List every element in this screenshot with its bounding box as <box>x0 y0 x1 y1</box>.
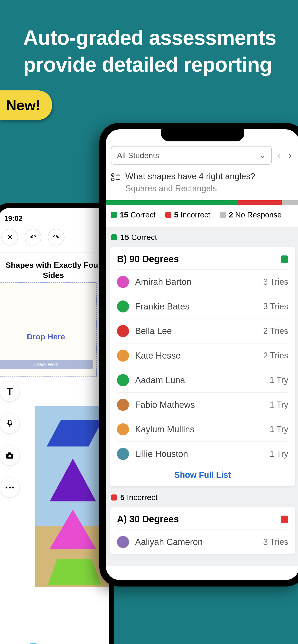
student-name: Kaylum Mullins <box>135 424 264 434</box>
student-name: Amirah Barton <box>135 277 257 287</box>
try-count: 3 Tries <box>263 537 288 547</box>
answer-option-label: B) 90 Degrees <box>117 254 179 264</box>
avatar <box>117 448 129 460</box>
try-count: 3 Tries <box>263 277 288 287</box>
student-row[interactable]: Kaylum Mullins1 Try <box>117 417 288 442</box>
square-icon <box>111 212 117 218</box>
svg-point-8 <box>111 178 114 181</box>
status-square <box>281 516 288 523</box>
canvas[interactable] <box>35 406 109 587</box>
question-row: What shapes have 4 right angles? <box>111 172 294 182</box>
phone-front: All Students ⌄ ‹ › What shapes have 4 ri… <box>99 123 298 586</box>
progress-bar <box>106 200 298 206</box>
avatar <box>117 350 129 362</box>
avatar <box>117 325 129 337</box>
try-count: 2 Tries <box>263 326 288 336</box>
student-row[interactable]: Fabio Mathews1 Try <box>117 393 288 417</box>
student-row[interactable]: Lillie Houston1 Try <box>117 442 288 466</box>
drop-zone[interactable]: Drop Here Check Work <box>0 282 97 377</box>
pen-tools <box>0 636 109 644</box>
more-tool[interactable] <box>0 478 20 497</box>
incorrect-card: A) 30 Degrees Aaliyah Cameron3 Tries <box>110 507 295 554</box>
student-row[interactable]: Amirah Barton3 Tries <box>117 270 288 294</box>
student-name: Bella Lee <box>135 326 257 336</box>
svg-point-4 <box>9 486 11 488</box>
pen-tool[interactable] <box>25 643 42 644</box>
try-count: 2 Tries <box>263 351 288 360</box>
avatar <box>117 536 129 548</box>
microphone-icon <box>6 419 14 428</box>
question-text: What shapes have 4 right angles? <box>125 172 257 182</box>
try-count: 1 Try <box>270 424 288 434</box>
square-icon <box>111 494 117 500</box>
student-screen: 19:02 ✕ ↶ ↷ Shapes with Exactly Four Sid… <box>0 208 109 644</box>
legend-incorrect: 5 Incorrect <box>165 210 210 219</box>
redo-button[interactable]: ↷ <box>48 229 65 246</box>
student-name: Kate Hesse <box>135 351 257 361</box>
drop-label: Drop Here <box>27 332 65 341</box>
new-badge: New! <box>0 90 52 120</box>
check-work-button[interactable]: Check Work <box>0 360 93 369</box>
legend-noresponse: 2 No Response <box>220 210 281 219</box>
show-full-list-link[interactable]: Show Full List <box>117 466 288 486</box>
camera-icon <box>5 451 15 460</box>
chevron-down-icon: ⌄ <box>259 151 266 160</box>
correct-card: B) 90 Degrees Amirah Barton3 TriesFranki… <box>110 247 295 486</box>
more-icon <box>5 486 15 489</box>
progress-correct <box>106 200 238 206</box>
report-screen: All Students ⌄ ‹ › What shapes have 4 ri… <box>106 129 298 580</box>
try-count: 1 Try <box>270 375 288 385</box>
edit-toolbar: ✕ ↶ ↷ <box>2 229 65 246</box>
close-button[interactable]: ✕ <box>2 229 18 246</box>
divider <box>0 252 109 252</box>
correct-section-header: 15 Correct <box>111 233 294 242</box>
checklist-icon <box>111 172 120 182</box>
avatar <box>117 374 129 386</box>
progress-noresponse <box>282 200 298 206</box>
student-name: Fabio Mathews <box>135 400 264 410</box>
square-icon <box>165 212 171 218</box>
svg-rect-2 <box>8 452 11 454</box>
svg-point-1 <box>8 455 11 458</box>
legend-correct: 15 Correct <box>111 210 155 219</box>
prev-button[interactable]: ‹ <box>275 150 283 161</box>
svg-point-3 <box>6 486 8 488</box>
mic-tool[interactable] <box>0 414 20 433</box>
card-header: B) 90 Degrees <box>117 247 288 270</box>
try-count: 3 Tries <box>263 302 288 311</box>
card-header: A) 30 Degrees <box>117 507 288 530</box>
incorrect-section-header: 5 Incorrect <box>111 493 294 502</box>
camera-tool[interactable] <box>0 446 20 465</box>
student-row[interactable]: Kate Hesse2 Tries <box>117 344 288 368</box>
student-row[interactable]: Frankie Bates3 Tries <box>117 294 288 319</box>
student-name: Frankie Bates <box>135 302 257 312</box>
student-filter-dropdown[interactable]: All Students ⌄ <box>111 146 272 164</box>
progress-incorrect <box>238 200 282 206</box>
undo-button[interactable]: ↶ <box>25 229 41 246</box>
triangle-shape-pink[interactable] <box>50 510 96 549</box>
triangle-shape-purple[interactable] <box>50 458 96 502</box>
phone-back: 19:02 ✕ ↶ ↷ Shapes with Exactly Four Sid… <box>0 203 114 644</box>
correct-answer: Squares and Rectangels <box>125 184 294 193</box>
student-row[interactable]: Aaliyah Cameron3 Tries <box>117 530 288 554</box>
answer-option-label: A) 30 Degrees <box>117 514 179 524</box>
parallelogram-shape[interactable] <box>47 420 103 446</box>
square-icon <box>111 234 117 240</box>
trapezoid-shape[interactable] <box>48 560 101 585</box>
hero-title: Auto-graded assessments provide detailed… <box>23 24 277 78</box>
assignment-title: Shapes with Exactly Four Sides <box>3 260 104 280</box>
notch <box>161 129 244 142</box>
report-header: All Students ⌄ ‹ › <box>111 146 294 164</box>
avatar <box>117 399 129 411</box>
text-tool[interactable]: T <box>0 382 20 401</box>
student-name: Aadam Luna <box>135 375 264 385</box>
next-button[interactable]: › <box>286 150 294 161</box>
results-container: 15 Correct B) 90 Degrees Amirah Barton3 … <box>106 227 298 566</box>
avatar <box>117 423 129 435</box>
avatar <box>117 276 129 288</box>
svg-point-5 <box>12 486 14 488</box>
try-count: 1 Try <box>270 400 288 410</box>
avatar <box>117 300 129 312</box>
student-row[interactable]: Aadam Luna1 Try <box>117 368 288 393</box>
student-row[interactable]: Bella Lee2 Tries <box>117 319 288 344</box>
